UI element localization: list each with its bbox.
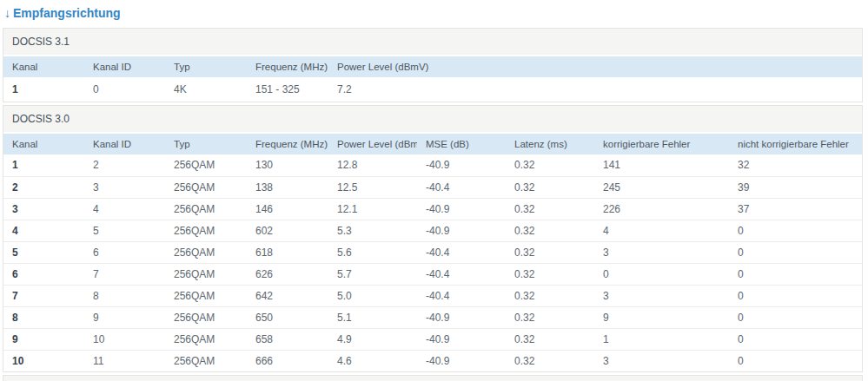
table-header-row: KanalKanal IDTypFrequenz (MHz)Power Leve… xyxy=(3,56,862,77)
table-cell: 0.32 xyxy=(506,350,594,371)
table-cell: 0.32 xyxy=(506,263,594,285)
table-cell: 658 xyxy=(247,328,328,350)
table-cell: 7 xyxy=(84,263,165,285)
table-cell: 0 xyxy=(729,350,862,371)
column-header: Typ xyxy=(165,56,247,77)
table-row: 23256QAM13812.5-40.40.3224539 xyxy=(3,176,862,198)
table-cell: 256QAM xyxy=(165,198,247,220)
next-section-bar-partial xyxy=(3,375,863,381)
column-header: MSE (dB) xyxy=(417,134,506,154)
table-cell: -40.4 xyxy=(417,241,506,263)
table-cell: 4.9 xyxy=(328,328,417,350)
column-header: Latenz (ms) xyxy=(506,134,594,154)
table-cell: -40.9 xyxy=(417,328,506,350)
table-cell: 0.32 xyxy=(506,220,594,241)
table-cell: 602 xyxy=(247,220,328,241)
table-cell: 39 xyxy=(729,176,862,198)
table-cell: 256QAM xyxy=(165,328,247,350)
column-header: nicht korrigierbare Fehler xyxy=(729,134,862,154)
table-cell: 1 xyxy=(3,77,84,102)
table-cell: 130 xyxy=(247,154,328,176)
table-cell: 3 xyxy=(84,176,165,198)
table-cell: 32 xyxy=(729,154,862,176)
table-cell: 256QAM xyxy=(165,263,247,285)
table-cell: 5.0 xyxy=(328,285,417,306)
table-cell: 0 xyxy=(729,241,862,263)
table-cell: 5.7 xyxy=(328,263,417,285)
table-cell: 138 xyxy=(247,176,328,198)
table-cell: 650 xyxy=(247,306,328,328)
table-cell: -40.9 xyxy=(417,350,506,371)
table-header-row: KanalKanal IDTypFrequenz (MHz)Power Leve… xyxy=(3,134,862,154)
column-header: Kanal xyxy=(3,56,84,77)
table-cell: 256QAM xyxy=(165,176,247,198)
table-cell: 4 xyxy=(594,220,729,241)
table-row: 910256QAM6584.9-40.90.3210 xyxy=(3,328,862,350)
table-cell: 0.32 xyxy=(506,198,594,220)
column-header: Frequenz (MHz) xyxy=(247,134,328,154)
table-cell: 5 xyxy=(84,220,165,241)
table-cell: 0.32 xyxy=(506,328,594,350)
table-cell: 0 xyxy=(729,285,862,306)
table-cell: 3 xyxy=(594,285,729,306)
table-cell: 7.2 xyxy=(328,77,862,102)
table-cell: -40.4 xyxy=(417,285,506,306)
table-cell: 4.6 xyxy=(328,350,417,371)
table-cell: 10 xyxy=(3,350,84,371)
table-cell: 4 xyxy=(84,198,165,220)
table-cell: 666 xyxy=(247,350,328,371)
table-row: 12256QAM13012.8-40.90.3214132 xyxy=(3,154,862,176)
table-row: 104K151 - 3257.2 xyxy=(3,77,862,102)
table-cell: 3 xyxy=(594,241,729,263)
downstream-page: ↓Empfangsrichtung DOCSIS 3.1 KanalKanal … xyxy=(0,0,868,381)
table-cell: 0 xyxy=(594,263,729,285)
table-cell: 5.1 xyxy=(328,306,417,328)
column-header: Kanal ID xyxy=(84,134,165,154)
table-cell: 1 xyxy=(594,328,729,350)
table-row: 45256QAM6025.3-40.90.3240 xyxy=(3,220,862,241)
table-cell: 4K xyxy=(165,77,247,102)
table-cell: 0.32 xyxy=(506,306,594,328)
table-cell: -40.4 xyxy=(417,176,506,198)
table-cell: 256QAM xyxy=(165,350,247,371)
table-cell: 256QAM xyxy=(165,241,247,263)
table-cell: 9 xyxy=(84,306,165,328)
table-cell: 5 xyxy=(3,241,84,263)
table-cell: 6 xyxy=(84,241,165,263)
table-cell: 8 xyxy=(3,306,84,328)
table-cell: 6 xyxy=(3,263,84,285)
table-cell: 9 xyxy=(3,328,84,350)
table-cell: 10 xyxy=(84,328,165,350)
column-header: korrigierbare Fehler xyxy=(594,134,729,154)
table-cell: 37 xyxy=(729,198,862,220)
table-cell: 7 xyxy=(3,285,84,306)
docsis31-section-label: DOCSIS 3.1 xyxy=(3,29,862,55)
table-cell: 0 xyxy=(84,77,165,102)
table-cell: 0 xyxy=(729,328,862,350)
table-cell: 256QAM xyxy=(165,154,247,176)
table-cell: 3 xyxy=(594,350,729,371)
table-cell: 245 xyxy=(594,176,729,198)
table-cell: 626 xyxy=(247,263,328,285)
table-row: 56256QAM6185.6-40.40.3230 xyxy=(3,241,862,263)
column-header: Typ xyxy=(165,134,247,154)
table-row: 89256QAM6505.1-40.90.3290 xyxy=(3,306,862,328)
table-cell: 12.5 xyxy=(328,176,417,198)
column-header: Kanal ID xyxy=(84,56,165,77)
table-cell: 256QAM xyxy=(165,306,247,328)
column-header: Frequenz (MHz) xyxy=(247,56,328,77)
table-cell: 0 xyxy=(729,220,862,241)
table-cell: 5.3 xyxy=(328,220,417,241)
docsis31-table: KanalKanal IDTypFrequenz (MHz)Power Leve… xyxy=(3,56,862,102)
table-row: 78256QAM6425.0-40.40.3230 xyxy=(3,285,862,306)
table-cell: 256QAM xyxy=(165,220,247,241)
table-row: 1011256QAM6664.6-40.90.3230 xyxy=(3,350,862,371)
downstream-section-title[interactable]: ↓Empfangsrichtung xyxy=(4,6,863,20)
table-cell: 141 xyxy=(594,154,729,176)
table-cell: -40.9 xyxy=(417,154,506,176)
table-cell: 2 xyxy=(3,176,84,198)
table-cell: -40.4 xyxy=(417,263,506,285)
docsis30-table: KanalKanal IDTypFrequenz (MHz)Power Leve… xyxy=(3,134,862,371)
table-cell: 8 xyxy=(84,285,165,306)
table-cell: 9 xyxy=(594,306,729,328)
